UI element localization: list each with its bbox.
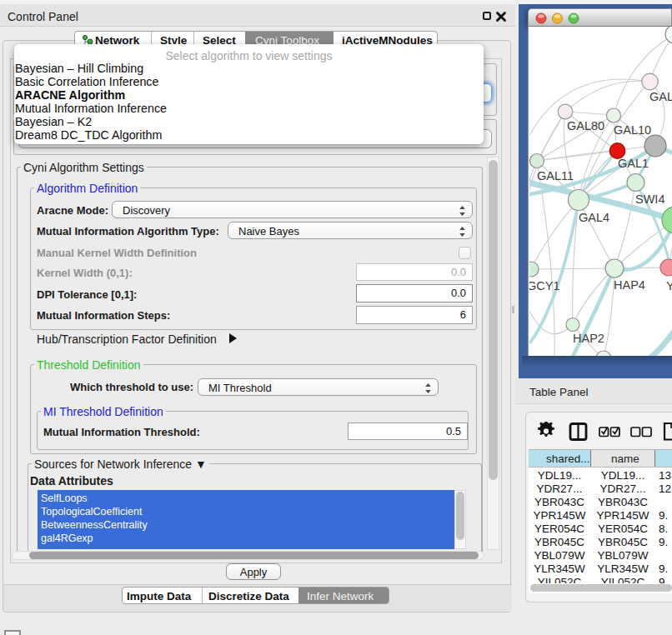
svg-text:GAL2: GAL2: [649, 90, 672, 103]
svg-text:SWI4: SWI4: [635, 192, 664, 206]
svg-text:GAL10: GAL10: [614, 123, 651, 137]
svg-text:HAP2: HAP2: [573, 332, 604, 345]
svg-text:GAL1: GAL1: [618, 157, 649, 170]
svg-text:GCY1: GCY1: [529, 279, 560, 292]
svg-text:GAL80: GAL80: [567, 119, 604, 132]
svg-text:Y: Y: [666, 279, 672, 292]
svg-text:GAL4: GAL4: [579, 211, 609, 224]
svg-text:GAL11: GAL11: [537, 169, 574, 182]
svg-text:HAP4: HAP4: [614, 278, 645, 292]
